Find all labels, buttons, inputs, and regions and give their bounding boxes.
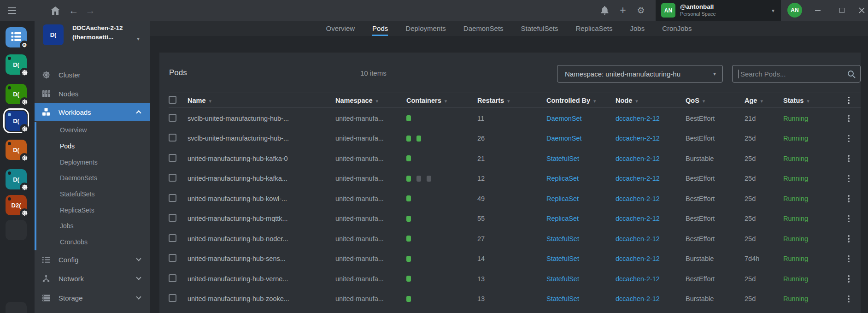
sidebar-subitem-pods[interactable]: Pods [36, 138, 150, 154]
tab-daemonsets[interactable]: DaemonSets [463, 21, 504, 36]
sidebar-item-nodes[interactable]: Nodes [35, 84, 150, 103]
add-plus-icon[interactable]: + [617, 0, 628, 21]
row-checkbox[interactable] [169, 114, 176, 122]
search-input[interactable] [733, 65, 860, 82]
row-checkbox[interactable] [169, 274, 176, 282]
cell-controlled-by-link[interactable]: ReplicaSet [546, 215, 616, 222]
cell-controlled-by-link[interactable]: ReplicaSet [546, 195, 616, 202]
sidebar-subitem-jobs[interactable]: Jobs [36, 218, 150, 234]
cell-node-link[interactable]: dccachen-2-12 [616, 275, 686, 283]
catalog-tile[interactable]: ⚙ [6, 27, 27, 47]
cell-controlled-by-link[interactable]: DaemonSet [546, 115, 616, 122]
table-row[interactable]: united-manufacturing-hub-kafka-0united-m… [169, 148, 861, 169]
row-actions-kebab-icon[interactable] [844, 235, 853, 242]
column-header-status[interactable]: Status▾ [783, 97, 844, 104]
cell-node-link[interactable]: dccachen-2-12 [616, 195, 686, 202]
row-checkbox[interactable] [169, 214, 176, 222]
cluster-tile[interactable]: D2( [6, 195, 27, 215]
table-row[interactable]: united-manufacturing-hub-noder...united-… [169, 229, 861, 249]
column-header-node[interactable]: Node▾ [616, 97, 686, 104]
sidebar-item-config[interactable]: Config [35, 250, 150, 269]
tab-replicasets[interactable]: ReplicaSets [575, 21, 612, 36]
window-maximize-button[interactable] [835, 0, 849, 21]
sidebar-item-storage[interactable]: Storage [35, 289, 150, 307]
table-row[interactable]: united-manufacturing-hub-zooke...united-… [169, 289, 861, 309]
row-checkbox[interactable] [169, 234, 176, 242]
window-close-button[interactable] [855, 0, 868, 21]
table-row[interactable]: united-manufacturing-hub-kafka...united-… [169, 169, 861, 189]
sidebar-item-workloads[interactable]: Workloads [35, 103, 150, 121]
row-actions-kebab-icon[interactable] [844, 295, 853, 303]
sidebar-subitem-deployments[interactable]: Deployments [36, 154, 150, 170]
home-icon[interactable] [50, 0, 61, 21]
table-row[interactable]: svclb-united-manufacturing-hub-...united… [169, 108, 861, 129]
row-checkbox[interactable] [169, 254, 176, 262]
window-minimize-button[interactable] [811, 0, 825, 21]
tab-deployments[interactable]: Deployments [405, 21, 446, 36]
cluster-tile[interactable]: D( [6, 169, 27, 189]
column-header-namespace[interactable]: Namespace▾ [335, 97, 406, 104]
row-checkbox[interactable] [169, 194, 176, 202]
row-actions-kebab-icon[interactable] [844, 155, 853, 162]
select-all-checkbox[interactable] [169, 96, 176, 104]
table-row[interactable]: united-manufacturing-hub-kowl-...united-… [169, 189, 861, 209]
cell-controlled-by-link[interactable]: StatefulSet [546, 155, 616, 162]
account-menu[interactable]: AN @antonball Personal Space ▾ [656, 0, 781, 21]
tab-jobs[interactable]: Jobs [630, 21, 645, 36]
cluster-tile[interactable]: D( [6, 84, 27, 104]
sidebar-subitem-cronjobs[interactable]: CronJobs [36, 234, 150, 250]
row-actions-kebab-icon[interactable] [844, 275, 853, 283]
sidebar-subitem-daemonsets[interactable]: DaemonSets [36, 170, 150, 186]
row-actions-kebab-icon[interactable] [844, 135, 853, 142]
sidebar-item-cluster[interactable]: Cluster [35, 65, 150, 84]
menu-icon[interactable] [6, 0, 18, 21]
cluster-tile[interactable]: D( [6, 54, 27, 75]
column-header-containers[interactable]: Containers▾ [406, 97, 477, 104]
avatar[interactable]: AN [787, 3, 802, 18]
row-checkbox[interactable] [169, 134, 176, 142]
tab-cronjobs[interactable]: CronJobs [662, 21, 692, 36]
tab-pods[interactable]: Pods [372, 21, 388, 36]
cluster-switcher[interactable]: D( DDCAachen-2-12 (thermosetti... ▾ [35, 24, 150, 54]
column-header-controlled-by[interactable]: Controlled By▾ [546, 97, 616, 104]
table-row[interactable]: united-manufacturing-hub-verne...united-… [169, 269, 861, 289]
tab-overview[interactable]: Overview [326, 21, 355, 36]
row-actions-kebab-icon[interactable] [844, 215, 853, 223]
cell-controlled-by-link[interactable]: DaemonSet [546, 135, 616, 142]
sidebar-subitem-overview[interactable]: Overview [36, 122, 150, 138]
forward-icon[interactable]: → [85, 0, 96, 21]
sidebar-subitem-statefulsets[interactable]: StatefulSets [36, 186, 150, 202]
row-actions-kebab-icon[interactable] [844, 195, 853, 202]
cell-node-link[interactable]: dccachen-2-12 [616, 135, 686, 142]
row-actions-kebab-icon[interactable] [844, 255, 853, 263]
column-header-age[interactable]: Age▾ [745, 97, 783, 104]
back-icon[interactable]: ← [68, 0, 79, 21]
cell-controlled-by-link[interactable]: StatefulSet [546, 295, 616, 302]
column-header-qos[interactable]: QoS▾ [686, 97, 745, 104]
row-checkbox[interactable] [169, 154, 176, 162]
row-checkbox[interactable] [169, 174, 176, 182]
cell-node-link[interactable]: dccachen-2-12 [616, 255, 686, 262]
cluster-tile[interactable]: D( [6, 140, 27, 160]
table-row[interactable]: united-manufacturing-hub-sens...united-m… [169, 249, 861, 269]
cell-node-link[interactable]: dccachen-2-12 [616, 155, 686, 162]
table-row[interactable]: svclb-united-manufacturing-hub-...united… [169, 129, 861, 149]
cluster-tile[interactable]: D( [6, 111, 27, 131]
cell-controlled-by-link[interactable]: StatefulSet [546, 275, 616, 283]
column-header-name[interactable]: Name▾ [188, 97, 335, 104]
column-header-restarts[interactable]: Restarts▾ [477, 97, 546, 104]
cell-controlled-by-link[interactable]: StatefulSet [546, 255, 616, 262]
sidebar-subitem-replicasets[interactable]: ReplicaSets [36, 202, 150, 218]
cell-node-link[interactable]: dccachen-2-12 [616, 235, 686, 242]
row-actions-kebab-icon[interactable] [844, 175, 853, 183]
notifications-bell-icon[interactable] [599, 0, 610, 21]
settings-gear-icon[interactable]: ⚙ [635, 0, 646, 21]
cell-node-link[interactable]: dccachen-2-12 [616, 295, 686, 302]
row-actions-kebab-icon[interactable] [844, 115, 853, 122]
row-checkbox[interactable] [169, 294, 176, 302]
cell-node-link[interactable]: dccachen-2-12 [616, 175, 686, 182]
sidebar-item-network[interactable]: Network [35, 269, 150, 288]
column-settings-kebab-icon[interactable] [844, 97, 853, 104]
cell-node-link[interactable]: dccachen-2-12 [616, 115, 686, 122]
table-row[interactable]: united-manufacturing-hub-mqttk...united-… [169, 209, 861, 229]
